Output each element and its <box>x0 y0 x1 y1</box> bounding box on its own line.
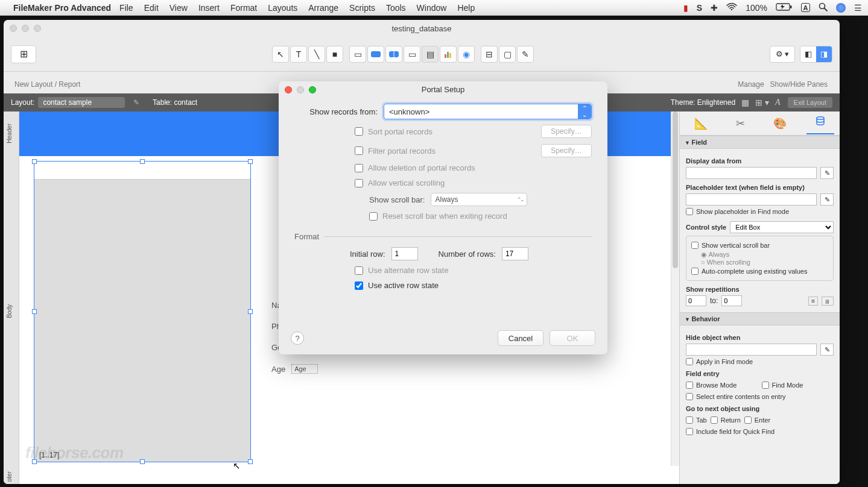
dialog-close-icon[interactable] <box>285 86 292 93</box>
snap-toggle-icon[interactable]: ⊞ ▾ <box>755 98 769 107</box>
battery-icon[interactable] <box>776 3 793 13</box>
portal-object[interactable]: [1..17] <box>34 161 251 462</box>
chart-tool-icon[interactable] <box>440 46 457 63</box>
button-tool-icon[interactable] <box>367 46 384 63</box>
display-from-input[interactable] <box>686 167 817 179</box>
num-rows-input[interactable] <box>502 247 528 260</box>
resize-handle[interactable] <box>248 159 253 164</box>
vscroll-when-radio[interactable]: ○ When scrolling <box>701 259 828 266</box>
portal-tool-icon[interactable]: ▤ <box>422 46 439 63</box>
help-button[interactable]: ? <box>291 331 304 345</box>
spotlight-icon[interactable] <box>819 2 828 13</box>
display-from-edit-icon[interactable]: ✎ <box>820 167 834 179</box>
allow-scroll-checkbox[interactable]: Allow vertical scrolling <box>279 175 607 190</box>
menu-file[interactable]: File <box>119 3 133 13</box>
layout-dropdown[interactable]: contact sample <box>38 97 125 108</box>
position-tab-icon[interactable]: 📐 <box>686 113 716 134</box>
menu-help[interactable]: Help <box>457 3 475 13</box>
rectangle-tool-icon[interactable]: ■ <box>326 46 343 63</box>
close-window-icon[interactable] <box>10 25 17 32</box>
cancel-button[interactable]: Cancel <box>498 330 543 346</box>
right-pane-toggle[interactable]: ◨ <box>816 46 832 62</box>
minimize-window-icon[interactable] <box>22 25 29 32</box>
quick-find-checkbox[interactable]: Include field for Quick Find <box>686 428 834 435</box>
edit-layout-icon[interactable]: ✎ <box>133 98 139 107</box>
active-row-checkbox[interactable]: Use active row state <box>279 278 607 293</box>
alt-row-checkbox[interactable]: Use alternate row state <box>279 263 607 278</box>
status-plus-icon[interactable]: ✚ <box>711 3 718 13</box>
resize-handle[interactable] <box>32 459 37 464</box>
text-tool-icon[interactable]: T <box>290 46 307 63</box>
styles-tab-icon[interactable]: ✂ <box>727 113 753 134</box>
data-tab-icon[interactable] <box>806 112 834 134</box>
filter-specify-button[interactable]: Specify… <box>541 144 592 157</box>
scrollbar-thumb[interactable] <box>673 112 678 268</box>
dialog-zoom-icon[interactable] <box>309 86 316 93</box>
allow-delete-checkbox[interactable]: Allow deletion of portal records <box>279 160 607 175</box>
resize-handle[interactable] <box>140 159 145 164</box>
placeholder-edit-icon[interactable]: ✎ <box>820 193 834 206</box>
menu-window[interactable]: Window <box>417 3 447 13</box>
status-app-icon[interactable]: ▮ <box>683 3 688 13</box>
browse-mode-checkbox[interactable]: Browse Mode <box>686 382 758 389</box>
placeholder-input[interactable] <box>686 193 817 206</box>
filter-records-checkbox[interactable]: Filter portal recordsSpecify… <box>279 141 607 160</box>
reset-scroll-checkbox[interactable]: Reset scroll bar when exiting record <box>279 209 607 224</box>
menu-arrange[interactable]: Arrange <box>308 3 338 13</box>
show-placeholder-checkbox[interactable]: Show placeholder in Find mode <box>686 208 834 215</box>
reps-from-input[interactable] <box>686 295 706 306</box>
resize-handle[interactable] <box>32 159 37 164</box>
reps-orient-icon[interactable]: ≡ <box>808 297 818 306</box>
popover-tool-icon[interactable]: ▢ <box>499 46 516 63</box>
control-style-select[interactable]: Edit Box <box>730 221 834 233</box>
zoom-window-icon[interactable] <box>34 25 41 32</box>
sort-records-checkbox[interactable]: Sort portal recordsSpecify… <box>279 122 607 141</box>
exit-layout-button[interactable]: Exit Layout <box>788 97 832 108</box>
grid-toggle-icon[interactable]: ▦ <box>741 98 749 107</box>
reps-orient-icon[interactable]: ⫼ <box>822 297 834 306</box>
ok-button[interactable]: OK <box>550 330 595 346</box>
status-a-icon[interactable]: A <box>801 3 810 12</box>
vscroll-checkbox[interactable]: Show vertical scroll bar <box>691 242 828 249</box>
resize-handle[interactable] <box>248 309 253 314</box>
initial-row-input[interactable] <box>391 247 418 260</box>
app-name[interactable]: FileMaker Pro Advanced <box>13 3 111 13</box>
buttonbar-tool-icon[interactable] <box>385 46 402 63</box>
status-s-icon[interactable]: S <box>697 3 702 13</box>
find-mode-checkbox[interactable]: Find Mode <box>762 382 834 389</box>
tabcontrol-tool-icon[interactable]: ▭ <box>404 46 420 63</box>
notification-center-icon[interactable]: ☰ <box>854 3 862 13</box>
scrollbar-dropdown[interactable]: Always <box>431 193 527 206</box>
field-section-header[interactable]: Field <box>680 136 840 149</box>
field-tool-icon[interactable]: ▭ <box>349 46 366 63</box>
age-field[interactable]: Age <box>291 364 318 374</box>
wifi-icon[interactable] <box>726 3 737 13</box>
format-painter-icon[interactable]: ✎ <box>517 46 534 63</box>
menu-layouts[interactable]: Layouts <box>268 3 297 13</box>
webviewer-tool-icon[interactable]: ◉ <box>458 46 475 63</box>
hide-when-edit-icon[interactable]: ✎ <box>820 344 834 356</box>
show-records-dropdown[interactable]: <unknown> ⌃⌄ <box>384 104 592 119</box>
tab-checkbox[interactable]: Tab <box>686 416 707 424</box>
header-part-label[interactable]: Header <box>6 124 13 143</box>
canvas-scrollbar[interactable] <box>671 112 679 466</box>
body-part-label[interactable]: Body <box>6 304 13 318</box>
menu-scripts[interactable]: Scripts <box>349 3 375 13</box>
menu-edit[interactable]: Edit <box>144 3 159 13</box>
siri-icon[interactable] <box>836 3 846 13</box>
autocomplete-checkbox[interactable]: Auto-complete using existing values <box>691 268 828 275</box>
resize-handle[interactable] <box>140 459 145 464</box>
left-pane-toggle[interactable]: ◧ <box>800 46 816 62</box>
hide-when-input[interactable] <box>686 344 817 356</box>
apply-find-checkbox[interactable]: Apply in Find mode <box>686 358 834 365</box>
select-entire-checkbox[interactable]: Select entire contents on entry <box>686 393 834 400</box>
menu-tools[interactable]: Tools <box>386 3 406 13</box>
line-tool-icon[interactable]: ╲ <box>308 46 325 63</box>
footer-part-label[interactable]: oter <box>6 471 13 482</box>
selection-tool-icon[interactable]: ↖ <box>272 46 289 63</box>
new-layout-button[interactable]: ⊞ <box>11 45 36 63</box>
behavior-section-header[interactable]: Behavior <box>680 312 840 325</box>
text-ruler-icon[interactable]: A <box>775 98 781 107</box>
resize-handle[interactable] <box>248 459 253 464</box>
reps-to-input[interactable] <box>721 295 742 306</box>
